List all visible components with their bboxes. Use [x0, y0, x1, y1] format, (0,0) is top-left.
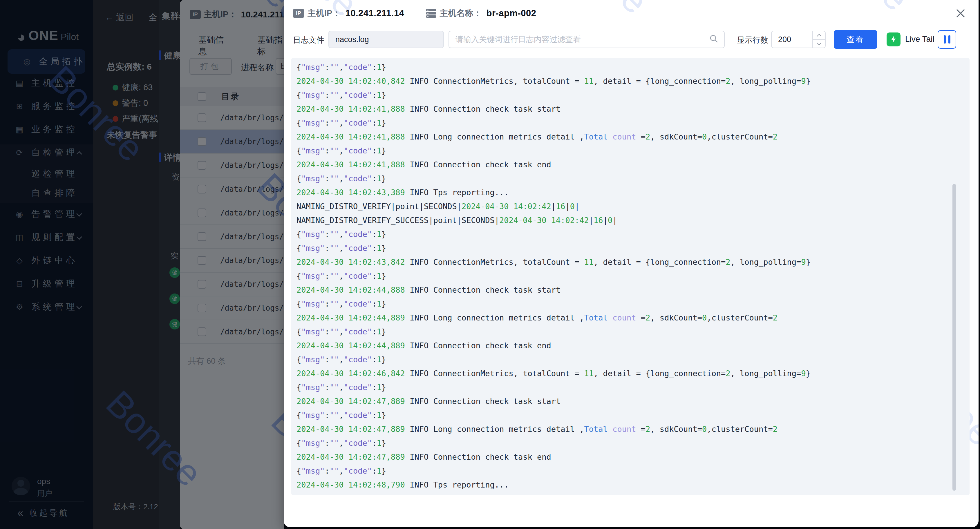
host-ip-value: 10.241.211.14: [345, 8, 404, 19]
log-line: 2024-04-30 14:02:43,389 INFO Tps reporti…: [296, 186, 970, 200]
log-line: {"msg":"","code":1}: [296, 353, 970, 367]
lines-count-value[interactable]: 200: [772, 31, 812, 48]
host-name-label: 主机名称：: [439, 8, 482, 19]
view-button[interactable]: 查看: [834, 30, 877, 49]
log-line: {"msg":"","code":1}: [296, 172, 970, 186]
log-toolbar: 日志文件 nacos.log 请输入关键词进行日志内容过滤查看 显示行数 200: [284, 31, 978, 49]
log-line: NAMING_DISTRO_VERIFY_SUCCESS|point|SECON…: [296, 213, 970, 227]
stepper-up-icon[interactable]: [813, 31, 825, 39]
lines-count-stepper[interactable]: 200: [771, 31, 826, 48]
log-output-panel[interactable]: {"msg":"","code":1}{"msg":"","code":1}20…: [291, 58, 970, 495]
live-tail-icon: [886, 32, 900, 46]
lines-count-label: 显示行数: [737, 35, 768, 45]
log-line: {"msg":"","code":1}: [296, 408, 970, 422]
log-line: 2024-04-30 14:02:48,790 INFO Tps reporti…: [296, 478, 970, 492]
log-line: {"msg":"","code":1}: [296, 144, 970, 158]
search-icon[interactable]: [709, 34, 718, 45]
log-line: {"msg":"","code":1}: [296, 116, 970, 130]
live-tail-label: Live Tail: [905, 35, 934, 44]
log-line: {"msg":"","code":1}: [296, 227, 970, 241]
close-icon[interactable]: [955, 8, 966, 19]
log-line: 2024-04-30 14:02:43,842 INFO ConnectionM…: [296, 255, 970, 269]
server-icon: [426, 9, 436, 18]
log-line: {"msg":"","code":1}: [296, 297, 970, 311]
host-name-value: br-apm-002: [486, 8, 536, 19]
log-line: {"msg":"","code":1}: [296, 60, 970, 74]
log-line: 2024-04-30 14:02:41,888 INFO Connection …: [296, 102, 970, 116]
log-line: {"msg":"","code":1}: [296, 58, 970, 60]
log-line: 2024-04-30 14:02:47,889 INFO Connection …: [296, 394, 970, 408]
log-lines: {"msg":"","code":1}{"msg":"","code":1}20…: [291, 58, 970, 492]
log-line: {"msg":"","code":1}: [296, 325, 970, 339]
log-file-input[interactable]: nacos.log: [328, 31, 444, 48]
pause-button[interactable]: [938, 30, 956, 49]
log-line: {"msg":"","code":1}: [296, 88, 970, 102]
search-placeholder: 请输入关键词进行日志内容过滤查看: [455, 34, 709, 44]
stepper-controls: [812, 31, 825, 48]
host-ip-label: 主机IP：: [307, 8, 340, 19]
log-line: 2024-04-30 14:02:44,889 INFO Connection …: [296, 339, 970, 353]
log-line: 2024-04-30 14:02:44,889 INFO Long connec…: [296, 311, 970, 325]
log-line: {"msg":"","code":1}: [296, 269, 970, 283]
log-line: 2024-04-30 14:02:46,842 INFO ConnectionM…: [296, 367, 970, 381]
log-line: 2024-04-30 14:02:41,888 INFO Long connec…: [296, 130, 970, 144]
log-line: 2024-04-30 14:02:47,889 INFO Long connec…: [296, 422, 970, 436]
log-line: NAMING_DISTRO_VERIFY|point|SECONDS|2024-…: [296, 200, 970, 213]
log-viewer-modal: Bonree Bonree Bonree Bonree Bonree Bonre…: [284, 0, 978, 527]
log-line: 2024-04-30 14:02:41,888 INFO Connection …: [296, 158, 970, 172]
log-line: {"msg":"","code":1}: [296, 381, 970, 394]
log-line: {"msg":"","code":1}: [296, 241, 970, 255]
stepper-down-icon[interactable]: [813, 39, 825, 48]
modal-header: IP 主机IP： 10.241.211.14 主机名称： br-apm-002: [293, 8, 536, 19]
log-line: 2024-04-30 14:02:47,889 INFO Connection …: [296, 450, 970, 464]
log-line: {"msg":"","code":1}: [296, 436, 970, 450]
screen: ◕ ONE Pilot ◎ 全局拓扑 ▤主机监控⊞服务监控▦业务监控⟳自检管理巡…: [0, 0, 980, 529]
log-line: 2024-04-30 14:02:40,842 INFO ConnectionM…: [296, 74, 970, 88]
log-scrollbar[interactable]: [953, 184, 956, 491]
search-input[interactable]: 请输入关键词进行日志内容过滤查看: [449, 31, 725, 48]
log-line: 2024-04-30 14:02:44,888 INFO Connection …: [296, 283, 970, 297]
log-file-label: 日志文件: [293, 35, 325, 45]
log-line: {"msg":"","code":1}: [296, 464, 970, 478]
ip-badge-icon: IP: [293, 9, 304, 18]
